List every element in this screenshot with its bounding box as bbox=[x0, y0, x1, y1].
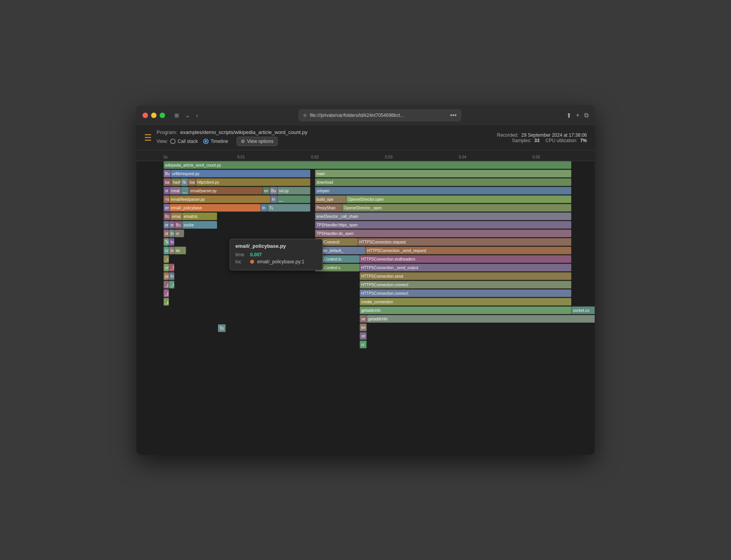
app-header-right: Recorded: 29 September 2024 at 17:38:06 … bbox=[497, 132, 587, 143]
flame-bar[interactable]: To bbox=[218, 324, 226, 332]
flame-bar[interactable]: co bbox=[164, 264, 169, 271]
flame-bar[interactable]: OpenerDirector.open bbox=[346, 195, 571, 203]
close-button[interactable] bbox=[143, 113, 148, 118]
flame-bar[interactable]: en bbox=[263, 187, 270, 195]
flame-bar[interactable]: en bbox=[169, 221, 174, 229]
url-bar[interactable]: ⊕ file:///private/var/folders/ld/k24nt70… bbox=[298, 109, 461, 122]
flame-bar[interactable]: st bbox=[164, 187, 169, 195]
flame-bar[interactable]: _c bbox=[164, 255, 169, 263]
flame-bar[interactable]: urllib/request.py bbox=[171, 170, 310, 177]
flame-bar[interactable]: hash bbox=[171, 178, 181, 186]
flame-bar[interactable]: ht bbox=[181, 178, 188, 186]
flame-bar[interactable]: In bbox=[169, 238, 174, 246]
flame-bar[interactable]: email/ut bbox=[182, 212, 217, 220]
flame-bar[interactable]: Bc bbox=[164, 212, 171, 220]
flame-bar[interactable]: email/feedparser.py bbox=[169, 195, 270, 203]
tooltip-time-row: time 0.007 bbox=[235, 252, 317, 257]
flame-bar[interactable]: TL bbox=[268, 204, 310, 212]
flame-bar[interactable]: socket.co bbox=[571, 306, 595, 314]
flame-bar[interactable]: __ bbox=[181, 187, 189, 195]
flame-bar[interactable]: _is bbox=[169, 281, 174, 289]
flame-bar[interactable]: lei bbox=[174, 247, 186, 254]
flame-bar[interactable]: HTTPSConnection._send_output bbox=[360, 264, 571, 271]
flame-bar[interactable]: creat bbox=[169, 187, 181, 195]
flame-bar[interactable]: Bu bbox=[270, 187, 277, 195]
back-button[interactable]: ‹ bbox=[195, 111, 200, 120]
minimize-button[interactable] bbox=[151, 113, 157, 118]
flame-bar[interactable]: getaddrinfo bbox=[360, 306, 571, 314]
more-button[interactable]: ••• bbox=[450, 112, 457, 119]
flame-bar[interactable]: TPSHandler.do_open bbox=[315, 230, 571, 237]
flame-bar[interactable]: OpenerDirector._open bbox=[342, 204, 571, 212]
flame-bar[interactable]: HTTPSConnection.request bbox=[358, 238, 571, 246]
flame-bar[interactable]: In bbox=[261, 204, 268, 212]
flame-bar[interactable]: build_ope bbox=[315, 195, 346, 203]
flame-bar[interactable]: HTTPSConnection.connect bbox=[360, 289, 571, 297]
flame-bar[interactable]: email/parser.py bbox=[189, 187, 263, 195]
recorded-value: 29 September 2024 at 17:38:06 bbox=[521, 132, 587, 138]
view-options-button[interactable]: ⚙ View options bbox=[237, 137, 278, 146]
flame-bar[interactable]: enerDirector._call_chain bbox=[315, 212, 571, 220]
flame-bar[interactable]: In bbox=[270, 195, 277, 203]
flame-bar[interactable]: en bbox=[360, 323, 367, 331]
flame-bar[interactable]: http/client.py bbox=[196, 178, 310, 186]
url-text: file:///private/var/folders/ld/k24nt7054… bbox=[310, 113, 404, 118]
call-stack-label: Call stack bbox=[178, 139, 198, 144]
flame-bar[interactable]: socke bbox=[182, 221, 217, 229]
flame-bar[interactable]: In bbox=[169, 230, 174, 237]
flame-bar[interactable]: cr bbox=[360, 341, 367, 348]
chevron-down-icon[interactable]: ⌄ bbox=[184, 111, 191, 120]
flame-bar[interactable]: _p bbox=[164, 281, 169, 289]
flame-bar[interactable]: HTTPSConnection.connect bbox=[360, 281, 571, 289]
flame-bar[interactable]: In bbox=[169, 247, 174, 254]
flame-bar[interactable]: se bbox=[360, 315, 367, 323]
view-controls: View: Call stack Timeline ⚙ View options bbox=[157, 137, 307, 146]
flame-bar[interactable]: ssl.py bbox=[277, 187, 310, 195]
flame-bar[interactable]: TPSHandler.https_open bbox=[315, 221, 571, 229]
flame-bar[interactable]: email/_policybase. bbox=[169, 204, 261, 212]
flame-bar[interactable]: en bbox=[164, 221, 169, 229]
timeline-body[interactable]: wikipedia_article_word_count.pyBuurllib/… bbox=[136, 161, 595, 455]
flame-bar[interactable]: pa bbox=[164, 272, 169, 280]
flame-bar[interactable]: emai bbox=[171, 212, 182, 220]
flame-bar[interactable]: wikipedia_article_word_count.py bbox=[164, 161, 571, 169]
flame-bar[interactable]: _fi bbox=[169, 264, 174, 271]
flame-bar[interactable]: str bbox=[360, 332, 367, 340]
tooltip-loc-row: loc email/_policybase.py:1 bbox=[235, 259, 317, 264]
flame-bar[interactable]: ba bbox=[164, 178, 171, 186]
flame-bar[interactable]: In bbox=[169, 272, 174, 280]
tick-005: 0.05 bbox=[533, 155, 540, 159]
share-button[interactable]: ⬆ bbox=[566, 112, 571, 119]
flame-bar[interactable]: HTTPSConnection.send bbox=[360, 272, 571, 280]
flame-bar[interactable]: Bu bbox=[174, 221, 182, 229]
flame-bar[interactable]: st bbox=[164, 230, 169, 237]
tooltip: email/_policybase.py time 0.007 loc emai… bbox=[230, 239, 323, 270]
flame-bar[interactable]: loa bbox=[188, 178, 196, 186]
flame-bar[interactable]: en bbox=[164, 204, 169, 212]
maximize-button[interactable] bbox=[160, 113, 165, 118]
flame-bar[interactable]: main bbox=[315, 170, 571, 177]
flame-bar[interactable]: _p bbox=[164, 298, 169, 306]
flame-bar[interactable]: HTTPSConnection._send_request bbox=[366, 247, 571, 254]
flame-bar[interactable]: getaddrinfo bbox=[367, 315, 595, 323]
tooltip-title: email/_policybase.py bbox=[235, 243, 317, 249]
flame-bar[interactable]: _p bbox=[164, 289, 169, 297]
flame-bar[interactable]: download bbox=[315, 178, 571, 186]
tick-0s: 0s bbox=[164, 155, 168, 159]
call-stack-radio[interactable]: Call stack bbox=[170, 139, 198, 144]
tab-overview-button[interactable]: ⧉ bbox=[584, 112, 588, 119]
flame-bar[interactable]: Bu bbox=[164, 170, 171, 177]
flame-bar[interactable]: <s bbox=[164, 195, 169, 203]
flame-bar[interactable]: __ bbox=[277, 195, 310, 203]
flame-bar[interactable]: create_connection bbox=[360, 298, 571, 306]
new-tab-button[interactable]: + bbox=[576, 112, 580, 119]
sidebar-toggle-button[interactable]: ⊞ bbox=[173, 111, 181, 120]
time-ruler: 0s 0.01 0.02 0.03 0.04 0.05 bbox=[136, 150, 595, 161]
flame-bar[interactable]: HTTPSConnection.endheaders bbox=[360, 255, 571, 263]
flame-bar[interactable]: ProxyShan bbox=[315, 204, 342, 212]
flame-bar[interactable]: co bbox=[164, 247, 169, 254]
flame-bar[interactable]: cr bbox=[174, 230, 184, 237]
flame-bar[interactable]: urlopen bbox=[315, 187, 571, 195]
flame-bar[interactable]: Te bbox=[164, 238, 169, 246]
timeline-radio[interactable]: Timeline bbox=[203, 139, 228, 144]
